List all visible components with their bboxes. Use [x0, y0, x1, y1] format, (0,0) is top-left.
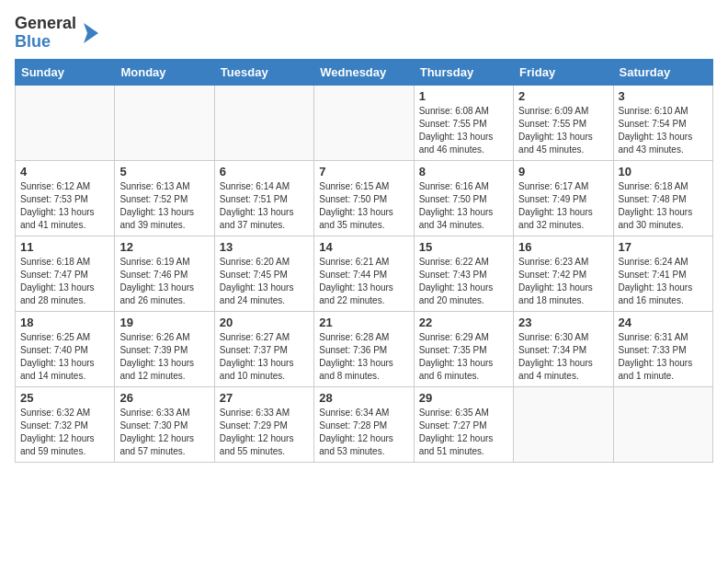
calendar-cell: 21Sunrise: 6:28 AM Sunset: 7:36 PM Dayli… [314, 311, 414, 386]
calendar-cell: 29Sunrise: 6:35 AM Sunset: 7:27 PM Dayli… [414, 386, 513, 462]
day-info: Sunrise: 6:26 AM Sunset: 7:39 PM Dayligh… [119, 331, 209, 383]
calendar-cell: 3Sunrise: 6:10 AM Sunset: 7:54 PM Daylig… [613, 85, 712, 160]
day-info: Sunrise: 6:32 AM Sunset: 7:32 PM Dayligh… [20, 407, 109, 458]
calendar-cell: 17Sunrise: 6:24 AM Sunset: 7:41 PM Dayli… [613, 236, 712, 311]
day-info: Sunrise: 6:17 AM Sunset: 7:49 PM Dayligh… [518, 180, 608, 232]
day-of-week-header: Monday [115, 59, 214, 85]
day-number: 29 [419, 391, 508, 405]
calendar-week-row: 18Sunrise: 6:25 AM Sunset: 7:40 PM Dayli… [16, 311, 713, 386]
calendar-cell: 16Sunrise: 6:23 AM Sunset: 7:42 PM Dayli… [514, 236, 613, 311]
calendar-cell: 2Sunrise: 6:09 AM Sunset: 7:55 PM Daylig… [514, 85, 613, 160]
day-info: Sunrise: 6:30 AM Sunset: 7:34 PM Dayligh… [518, 331, 608, 383]
day-info: Sunrise: 6:18 AM Sunset: 7:47 PM Dayligh… [20, 256, 109, 307]
calendar-header-row: SundayMondayTuesdayWednesdayThursdayFrid… [16, 59, 713, 85]
day-number: 4 [20, 165, 109, 178]
day-number: 1 [419, 89, 508, 103]
day-info: Sunrise: 6:16 AM Sunset: 7:50 PM Dayligh… [419, 180, 508, 232]
page-header: General Blue [15, 15, 713, 52]
calendar-cell: 15Sunrise: 6:22 AM Sunset: 7:43 PM Dayli… [414, 236, 513, 311]
day-number: 23 [518, 316, 608, 329]
day-info: Sunrise: 6:33 AM Sunset: 7:29 PM Dayligh… [220, 407, 309, 458]
day-info: Sunrise: 6:31 AM Sunset: 7:33 PM Dayligh… [619, 331, 708, 383]
day-info: Sunrise: 6:20 AM Sunset: 7:45 PM Dayligh… [220, 256, 309, 307]
day-info: Sunrise: 6:27 AM Sunset: 7:37 PM Dayligh… [220, 331, 309, 383]
day-of-week-header: Saturday [613, 59, 712, 85]
calendar-cell: 10Sunrise: 6:18 AM Sunset: 7:48 PM Dayli… [613, 160, 712, 236]
day-info: Sunrise: 6:10 AM Sunset: 7:54 PM Dayligh… [619, 105, 708, 156]
day-number: 25 [20, 391, 109, 405]
calendar-cell: 20Sunrise: 6:27 AM Sunset: 7:37 PM Dayli… [214, 311, 313, 386]
calendar-week-row: 11Sunrise: 6:18 AM Sunset: 7:47 PM Dayli… [16, 236, 713, 311]
calendar-cell: 7Sunrise: 6:15 AM Sunset: 7:50 PM Daylig… [314, 160, 414, 236]
day-number: 10 [619, 165, 708, 178]
calendar-week-row: 25Sunrise: 6:32 AM Sunset: 7:32 PM Dayli… [16, 386, 713, 462]
day-number: 14 [319, 240, 408, 254]
calendar-cell: 13Sunrise: 6:20 AM Sunset: 7:45 PM Dayli… [214, 236, 313, 311]
day-number: 22 [419, 316, 508, 329]
calendar-cell [16, 85, 115, 160]
calendar-cell: 19Sunrise: 6:26 AM Sunset: 7:39 PM Dayli… [115, 311, 214, 386]
calendar-cell: 1Sunrise: 6:08 AM Sunset: 7:55 PM Daylig… [414, 85, 513, 160]
day-number: 24 [619, 316, 708, 329]
day-of-week-header: Friday [514, 59, 613, 85]
day-number: 11 [20, 240, 109, 254]
calendar-table: SundayMondayTuesdayWednesdayThursdayFrid… [15, 59, 713, 463]
calendar-week-row: 4Sunrise: 6:12 AM Sunset: 7:53 PM Daylig… [16, 160, 713, 236]
calendar-cell: 22Sunrise: 6:29 AM Sunset: 7:35 PM Dayli… [414, 311, 513, 386]
day-info: Sunrise: 6:29 AM Sunset: 7:35 PM Dayligh… [419, 331, 508, 383]
logo-general: General [15, 15, 76, 33]
day-info: Sunrise: 6:14 AM Sunset: 7:51 PM Dayligh… [220, 180, 309, 232]
day-number: 18 [20, 316, 109, 329]
day-number: 28 [319, 391, 408, 405]
svg-marker-0 [84, 23, 98, 43]
calendar-cell [514, 386, 613, 462]
calendar-cell [115, 85, 214, 160]
day-info: Sunrise: 6:25 AM Sunset: 7:40 PM Dayligh… [20, 331, 109, 383]
calendar-cell: 11Sunrise: 6:18 AM Sunset: 7:47 PM Dayli… [16, 236, 115, 311]
day-number: 7 [319, 165, 408, 178]
day-of-week-header: Tuesday [214, 59, 313, 85]
calendar-cell: 26Sunrise: 6:33 AM Sunset: 7:30 PM Dayli… [115, 386, 214, 462]
day-number: 17 [619, 240, 708, 254]
day-number: 20 [220, 316, 309, 329]
calendar-week-row: 1Sunrise: 6:08 AM Sunset: 7:55 PM Daylig… [16, 85, 713, 160]
day-info: Sunrise: 6:34 AM Sunset: 7:28 PM Dayligh… [319, 407, 408, 458]
day-number: 3 [619, 89, 708, 103]
calendar-cell: 4Sunrise: 6:12 AM Sunset: 7:53 PM Daylig… [16, 160, 115, 236]
day-number: 8 [419, 165, 508, 178]
calendar-cell: 14Sunrise: 6:21 AM Sunset: 7:44 PM Dayli… [314, 236, 414, 311]
day-of-week-header: Wednesday [314, 59, 414, 85]
logo-arrow-icon [78, 23, 98, 43]
day-info: Sunrise: 6:15 AM Sunset: 7:50 PM Dayligh… [319, 180, 408, 232]
day-info: Sunrise: 6:28 AM Sunset: 7:36 PM Dayligh… [319, 331, 408, 383]
day-number: 9 [518, 165, 608, 178]
calendar-cell [613, 386, 712, 462]
calendar-cell: 28Sunrise: 6:34 AM Sunset: 7:28 PM Dayli… [314, 386, 414, 462]
calendar-cell [214, 85, 313, 160]
day-info: Sunrise: 6:21 AM Sunset: 7:44 PM Dayligh… [319, 256, 408, 307]
calendar-cell: 6Sunrise: 6:14 AM Sunset: 7:51 PM Daylig… [214, 160, 313, 236]
day-info: Sunrise: 6:18 AM Sunset: 7:48 PM Dayligh… [619, 180, 708, 232]
day-of-week-header: Sunday [16, 59, 115, 85]
day-info: Sunrise: 6:13 AM Sunset: 7:52 PM Dayligh… [119, 180, 209, 232]
day-number: 16 [518, 240, 608, 254]
day-info: Sunrise: 6:35 AM Sunset: 7:27 PM Dayligh… [419, 407, 508, 458]
calendar-cell: 25Sunrise: 6:32 AM Sunset: 7:32 PM Dayli… [16, 386, 115, 462]
day-number: 27 [220, 391, 309, 405]
day-number: 19 [119, 316, 209, 329]
day-number: 12 [119, 240, 209, 254]
day-info: Sunrise: 6:22 AM Sunset: 7:43 PM Dayligh… [419, 256, 508, 307]
day-number: 5 [119, 165, 209, 178]
day-info: Sunrise: 6:23 AM Sunset: 7:42 PM Dayligh… [518, 256, 608, 307]
calendar-cell: 5Sunrise: 6:13 AM Sunset: 7:52 PM Daylig… [115, 160, 214, 236]
day-info: Sunrise: 6:33 AM Sunset: 7:30 PM Dayligh… [119, 407, 209, 458]
day-number: 21 [319, 316, 408, 329]
day-number: 15 [419, 240, 508, 254]
calendar-cell: 24Sunrise: 6:31 AM Sunset: 7:33 PM Dayli… [613, 311, 712, 386]
calendar-cell: 18Sunrise: 6:25 AM Sunset: 7:40 PM Dayli… [16, 311, 115, 386]
calendar-cell: 9Sunrise: 6:17 AM Sunset: 7:49 PM Daylig… [514, 160, 613, 236]
calendar-cell: 23Sunrise: 6:30 AM Sunset: 7:34 PM Dayli… [514, 311, 613, 386]
logo-blue: Blue [15, 33, 51, 52]
day-number: 26 [119, 391, 209, 405]
calendar-cell [314, 85, 414, 160]
